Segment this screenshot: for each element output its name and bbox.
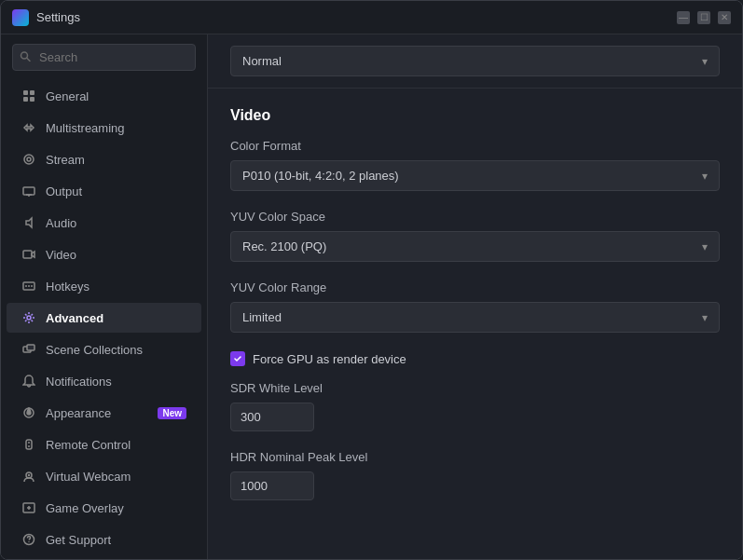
- sidebar-item-stream[interactable]: Stream: [7, 144, 201, 174]
- hdr-peak-level-label: HDR Nominal Peak Level: [230, 450, 720, 464]
- sdr-white-level-group: SDR White Level: [230, 381, 720, 431]
- sdr-white-level-label: SDR White Level: [230, 381, 720, 395]
- sidebar-item-label: Video: [46, 248, 186, 262]
- advanced-icon: [21, 310, 36, 325]
- sidebar-item-virtual-webcam[interactable]: Virtual Webcam: [7, 461, 201, 491]
- titlebar: Settings — ☐ ✕: [1, 1, 742, 34]
- yuv-color-range-group: YUV Color Range Limited ▾: [230, 280, 720, 333]
- new-badge: New: [158, 407, 186, 419]
- sidebar-item-game-overlay[interactable]: Game Overlay: [7, 493, 201, 523]
- content-inner: Video Color Format P010 (10-bit, 4:2:0, …: [208, 107, 742, 541]
- color-format-label: Color Format: [230, 139, 720, 153]
- sidebar-item-label: Advanced: [46, 311, 186, 325]
- search-wrapper: [12, 44, 196, 71]
- top-dropdown-value: Normal: [242, 54, 282, 68]
- svg-rect-4: [23, 97, 28, 102]
- svg-rect-2: [23, 90, 28, 95]
- sidebar-item-get-support[interactable]: Get Support: [7, 525, 201, 554]
- sidebar-item-label: General: [46, 89, 186, 103]
- yuv-color-space-group: YUV Color Space Rec. 2100 (PQ) ▾: [230, 210, 720, 262]
- chevron-down-icon: ▾: [702, 240, 708, 253]
- top-dropdown-row: Normal ▾: [208, 34, 742, 89]
- video-section-title: Video: [230, 107, 720, 124]
- scene-icon: [21, 342, 36, 357]
- svg-point-24: [28, 474, 30, 476]
- multistream-icon: [21, 120, 36, 135]
- sidebar-item-notifications[interactable]: Notifications: [7, 366, 201, 396]
- window-title: Settings: [36, 10, 677, 24]
- svg-rect-20: [26, 440, 32, 449]
- sidebar-item-remote-control[interactable]: Remote Control: [7, 430, 201, 459]
- hdr-peak-level-input[interactable]: [230, 471, 314, 500]
- yuv-color-range-label: YUV Color Range: [230, 280, 720, 294]
- sidebar-item-video[interactable]: Video: [7, 239, 201, 269]
- sidebar-item-scene-collections[interactable]: Scene Collections: [7, 335, 201, 364]
- settings-window: Settings — ☐ ✕: [0, 0, 743, 560]
- force-gpu-checkbox[interactable]: [230, 351, 245, 366]
- overlay-icon: [21, 500, 36, 515]
- sidebar-item-hotkeys[interactable]: Hotkeys: [7, 271, 201, 301]
- sidebar-item-label: Output: [46, 184, 186, 198]
- search-container: [1, 34, 207, 80]
- yuv-color-range-value: Limited: [242, 310, 282, 324]
- force-gpu-label: Force GPU as render device: [253, 352, 406, 366]
- sidebar-item-output[interactable]: Output: [7, 176, 201, 206]
- search-input[interactable]: [12, 44, 196, 71]
- svg-point-6: [24, 155, 34, 164]
- chevron-down-icon: ▾: [702, 311, 708, 324]
- sidebar-item-label: Notifications: [46, 375, 186, 389]
- app-icon: [12, 9, 29, 26]
- svg-rect-3: [30, 90, 34, 95]
- svg-rect-11: [23, 251, 32, 258]
- sidebar-item-multistreaming[interactable]: Multistreaming: [7, 113, 201, 143]
- svg-rect-5: [30, 97, 34, 102]
- force-gpu-row: Force GPU as render device: [230, 351, 720, 366]
- yuv-color-space-label: YUV Color Space: [230, 210, 720, 224]
- audio-icon: [21, 215, 36, 230]
- window-controls: — ☐ ✕: [677, 11, 731, 24]
- sidebar-item-ultra[interactable]: Ultra: [7, 556, 201, 559]
- maximize-button[interactable]: ☐: [697, 11, 710, 24]
- color-format-value: P010 (10-bit, 4:2:0, 2 planes): [242, 169, 399, 183]
- sidebar-item-label: Virtual Webcam: [46, 470, 186, 484]
- top-dropdown[interactable]: Normal ▾: [230, 46, 720, 76]
- minimize-button[interactable]: —: [677, 11, 690, 24]
- sidebar-item-label: Audio: [46, 216, 186, 230]
- sidebar-item-label: Scene Collections: [46, 343, 186, 357]
- yuv-color-space-value: Rec. 2100 (PQ): [242, 239, 326, 253]
- yuv-color-range-dropdown[interactable]: Limited ▾: [230, 302, 720, 333]
- notifications-icon: [21, 374, 36, 389]
- sidebar-item-audio[interactable]: Audio: [7, 208, 201, 238]
- svg-point-16: [27, 316, 31, 320]
- grid-icon: [21, 89, 36, 103]
- color-format-dropdown[interactable]: P010 (10-bit, 4:2:0, 2 planes) ▾: [230, 160, 720, 191]
- svg-rect-18: [27, 345, 34, 350]
- sidebar-item-appearance[interactable]: Appearance New: [7, 398, 201, 428]
- main-layout: General Multistreaming Stream: [1, 34, 742, 559]
- stream-icon: [21, 152, 36, 167]
- sidebar-item-label: Multistreaming: [46, 121, 186, 135]
- appearance-icon: [21, 405, 36, 420]
- sidebar-item-label: Get Support: [46, 533, 186, 547]
- output-icon: [21, 184, 36, 198]
- sidebar-item-label: Stream: [46, 153, 186, 167]
- webcam-icon: [21, 469, 36, 484]
- hotkeys-icon: [21, 279, 36, 294]
- close-button[interactable]: ✕: [718, 11, 731, 24]
- svg-point-21: [28, 445, 30, 447]
- color-format-group: Color Format P010 (10-bit, 4:2:0, 2 plan…: [230, 139, 720, 191]
- yuv-color-space-dropdown[interactable]: Rec. 2100 (PQ) ▾: [230, 231, 720, 262]
- remote-icon: [21, 437, 36, 452]
- sidebar-item-general[interactable]: General: [7, 81, 201, 111]
- svg-point-7: [27, 157, 31, 161]
- sidebar: General Multistreaming Stream: [1, 34, 208, 559]
- svg-point-29: [28, 541, 29, 542]
- svg-rect-8: [23, 187, 34, 195]
- chevron-down-icon: ▾: [702, 170, 708, 183]
- support-icon: [21, 532, 36, 547]
- sdr-white-level-input[interactable]: [230, 403, 314, 431]
- sidebar-item-label: Remote Control: [46, 438, 186, 452]
- sidebar-item-advanced[interactable]: Advanced: [7, 303, 201, 333]
- sidebar-item-label: Game Overlay: [46, 501, 186, 515]
- content-area: Normal ▾ Video Color Format P010 (10-bit…: [208, 34, 742, 559]
